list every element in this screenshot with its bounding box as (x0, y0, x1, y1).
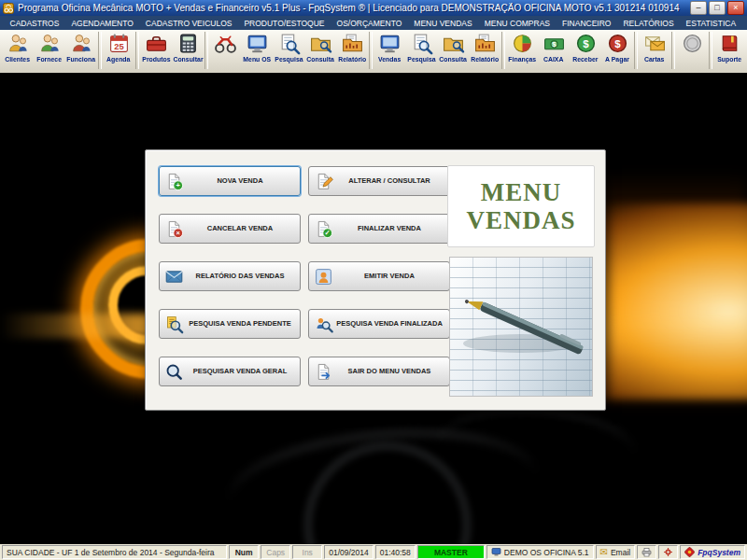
toolbar-button-consulta-os[interactable]: Consulta (304, 31, 336, 63)
toolbar-button-moeda[interactable] (676, 31, 708, 55)
toolbar-button-label: Vendas (378, 55, 401, 63)
svg-text:$: $ (614, 38, 621, 49)
dialog-button-label: FINALIZAR VENDA (335, 225, 449, 232)
dialog-button-emitir-venda[interactable]: EMITIR VENDA (308, 261, 450, 291)
dialog-button-label: PESQUISAR VENDA GERAL (186, 368, 300, 375)
menu-item-agendamento[interactable]: AGENDAMENTO (65, 19, 139, 28)
toolbar-button-consultar[interactable]: Consultar (172, 31, 204, 63)
toolbar-button-label: A Pagar (605, 55, 629, 63)
dialog-button-label: EMITIR VENDA (335, 273, 449, 280)
background-light-streak (0, 314, 154, 338)
menu-item-menu-compras[interactable]: MENU COMPRAS (478, 19, 556, 28)
svg-text:$: $ (583, 38, 589, 49)
menu-item-os-orcamento[interactable]: OS/ORÇAMENTO (331, 19, 408, 28)
toolbar-separator (204, 32, 208, 69)
menu-item-relatorios[interactable]: RELATÓRIOS (617, 19, 680, 28)
search-doc-icon (410, 32, 433, 55)
dialog-title-panel: MENU VENDAS (447, 165, 595, 247)
book-red-icon (718, 32, 741, 55)
dialog-button-label: PESQUISA VENDA PENDENTE (186, 320, 300, 328)
toolbar-button-label: Suporte (717, 55, 741, 63)
toolbar-button-label: Pesquisa (275, 55, 303, 63)
dialog-button-pesquisa-venda-finalizada[interactable]: PESQUISA VENDA FINALIZADA (308, 309, 450, 339)
toolbar-button-a-pagar[interactable]: $A Pagar (601, 31, 633, 63)
dialog-button-relatorio-das-vendas[interactable]: RELATÓRIO DAS VENDAS (159, 261, 301, 291)
toolbar-button-cartas[interactable]: Cartas (639, 31, 670, 63)
toolbar-button-fornecedores[interactable]: Fornece (34, 31, 65, 63)
svg-text:✓: ✓ (325, 229, 331, 237)
toolbar-button-pesquisa-os[interactable]: Pesquisa (273, 31, 304, 63)
dialog-button-nova-venda[interactable]: +NOVA VENDA (159, 166, 301, 196)
folder-search-icon (309, 32, 332, 55)
svg-text:25: 25 (114, 42, 123, 51)
status-email[interactable]: ✉ Email (596, 545, 636, 559)
menu-item-ferramentas[interactable]: FERRAMENTAS (742, 19, 747, 28)
doc-check-icon: ✓ (314, 219, 333, 239)
status-printer-button[interactable] (637, 545, 656, 559)
dialog-button-cancelar-venda[interactable]: ×CANCELAR VENDA (159, 214, 301, 244)
background-reflection-arc (224, 419, 541, 546)
menu-item-label: PRODUTO/ESTOQUE (244, 19, 324, 28)
dialog-button-label: PESQUISA VENDA FINALIZADA (335, 320, 449, 328)
maximize-button[interactable]: □ (709, 1, 726, 15)
toolbar-button-agenda[interactable]: 25Agenda (103, 31, 134, 63)
doc-cancel-icon: × (164, 219, 184, 239)
menu-item-label: RELATÓRIOS (623, 19, 673, 28)
menu-item-menu-vendas[interactable]: MENU VENDAS (408, 19, 478, 28)
dialog-button-pesquisa-venda-pendente[interactable]: PESQUISA VENDA PENDENTE (159, 309, 301, 339)
dialog-button-finalizar-venda[interactable]: ✓FINALIZAR VENDA (308, 214, 450, 244)
toolbar-button-suporte[interactable]: Suporte (713, 31, 745, 63)
toolbar-separator (98, 32, 102, 69)
toolbar-button-produtos[interactable]: Produtos (140, 31, 172, 63)
background-reflection-arc-2 (436, 402, 637, 494)
menu-vendas-dialog: +NOVA VENDAALTERAR / CONSULTAR×CANCELAR … (145, 149, 606, 411)
menu-item-produto-estoque[interactable]: PRODUTO/ESTOQUE (238, 19, 331, 28)
menu-item-cadastro-veiculos[interactable]: CADASTRO VEICULOS (139, 19, 238, 28)
toolbar-button-financas[interactable]: Finanças (506, 31, 538, 63)
person-yellow-icon (7, 32, 30, 55)
search-person-icon (314, 315, 333, 334)
dialog-button-sair-menu-vendas[interactable]: SAIR DO MENU VENDAS (308, 357, 450, 386)
menu-item-financeiro[interactable]: FINANCEIRO (557, 19, 617, 28)
toolbar-button-moto[interactable] (209, 31, 241, 55)
status-num-lock: Num (229, 545, 259, 559)
toolbar-button-vendas[interactable]: Vendas (374, 31, 405, 63)
person-red-icon (70, 32, 93, 55)
search-doc-icon (277, 32, 301, 55)
toolbar-button-caixa[interactable]: $CAIXA (538, 31, 570, 63)
toolbar-button-receber[interactable]: $Receber (570, 31, 601, 63)
status-insert: Ins (292, 545, 322, 559)
toolbox-icon (145, 32, 168, 55)
status-brand: FpqSystem (680, 545, 745, 559)
dialog-button-label: RELATÓRIO DAS VENDAS (186, 273, 300, 280)
dialog-title: MENU VENDAS (466, 178, 575, 234)
svg-text:$: $ (552, 40, 557, 49)
toolbar-button-menu-os[interactable]: Menu OS (241, 31, 273, 63)
toolbar-button-funcionarios[interactable]: Funciona (65, 31, 97, 63)
toolbar-button-consulta-vendas[interactable]: Consulta (437, 31, 469, 63)
toolbar-button-label: Relatório (338, 55, 366, 63)
minimize-button[interactable]: – (690, 1, 707, 15)
fpqsystem-logo-icon (684, 547, 695, 557)
toolbar-button-label: Cartas (644, 55, 664, 63)
toolbar-button-relatorio-vendas[interactable]: Relatório (469, 31, 500, 63)
toolbar-button-relatorio-os[interactable]: Relatório (336, 31, 368, 63)
close-button[interactable]: × (727, 1, 744, 15)
toolbar-button-pesquisa-vendas[interactable]: Pesquisa (405, 31, 437, 63)
toolbar-button-clientes[interactable]: Clientes (2, 31, 34, 63)
dialog-button-alterar-consultar[interactable]: ALTERAR / CONSULTAR (308, 166, 450, 196)
status-settings-button[interactable] (658, 545, 678, 559)
dialog-button-label: ALTERAR / CONSULTAR (335, 177, 449, 185)
menu-item-estatistica[interactable]: ESTATISTICA (680, 19, 742, 28)
status-time: 01:40:58 (375, 545, 416, 559)
menu-item-cadastros[interactable]: CADASTROS (4, 19, 65, 28)
letters-icon (643, 32, 667, 55)
doc-exit-icon (314, 362, 333, 382)
pen-on-ledger-photo (449, 257, 593, 397)
status-user-badge: MASTER (417, 545, 485, 559)
dialog-button-pesquisar-venda-geral[interactable]: PESQUISAR VENDA GERAL (159, 357, 301, 386)
person-green-icon (38, 32, 62, 55)
menu-item-label: MENU VENDAS (414, 19, 472, 28)
coin-red-icon: $ (606, 32, 629, 55)
motorcycle-icon (214, 32, 237, 55)
